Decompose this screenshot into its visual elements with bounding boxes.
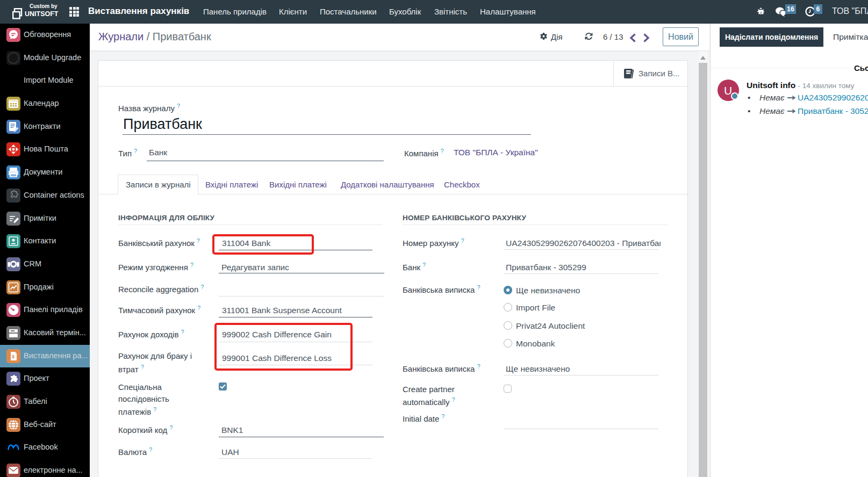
svg-text:$: $ bbox=[12, 354, 15, 359]
